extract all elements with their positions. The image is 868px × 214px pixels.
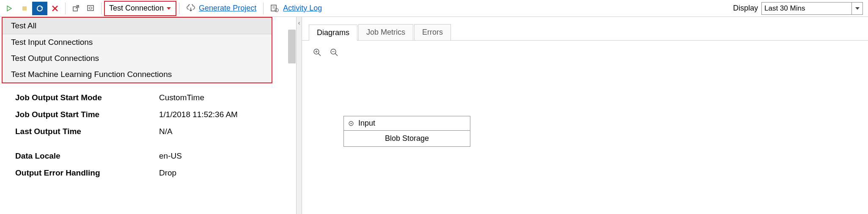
diagram-node-type: Blob Storage (344, 131, 470, 146)
svg-marker-0 (7, 6, 11, 11)
link-button[interactable] (83, 2, 99, 15)
generate-project-link[interactable]: Generate Project (199, 4, 256, 13)
refresh-button[interactable] (32, 2, 47, 15)
display-select-value: Last 30 Mins (762, 4, 852, 13)
tab-errors[interactable]: Errors (414, 24, 451, 40)
start-button[interactable] (2, 2, 17, 15)
toolbar: Test Connection Generate Project Activit… (0, 0, 868, 17)
chevron-down-icon (166, 7, 171, 10)
generate-project-button[interactable]: Generate Project (182, 2, 261, 15)
diagram-node-header: Input (344, 116, 470, 131)
splitter[interactable]: ‹ (296, 17, 302, 214)
property-row: Data Locale en-US (15, 151, 288, 161)
property-label: Job Output Start Time (15, 110, 159, 119)
tab-diagrams[interactable]: Diagrams (309, 25, 357, 41)
property-row: Job Output Start Time 1/1/2018 11:52:36 … (15, 110, 288, 119)
display-label: Display (733, 4, 758, 13)
svg-line-18 (318, 53, 321, 56)
activity-log-icon (270, 4, 280, 13)
property-value: en-US (159, 151, 182, 161)
diagram-node-title: Input (358, 119, 375, 128)
chevron-down-icon (852, 3, 863, 14)
property-value: N/A (159, 127, 173, 136)
property-label: Job Output Start Mode (15, 93, 159, 102)
delete-button[interactable] (47, 2, 63, 15)
divider (65, 3, 66, 14)
diagram-node-input[interactable]: Input Blob Storage (343, 116, 470, 147)
svg-marker-16 (855, 7, 860, 10)
property-value: 1/1/2018 11:52:36 AM (159, 110, 238, 119)
property-label: Output Error Handling (15, 168, 159, 178)
stop-button[interactable] (17, 2, 32, 15)
menu-item-test-output[interactable]: Test Output Connections (3, 50, 272, 66)
property-value: CustomTime (159, 93, 204, 102)
property-row: Output Error Handling Drop (15, 168, 288, 178)
tab-job-metrics[interactable]: Job Metrics (358, 24, 413, 40)
node-icon (348, 121, 354, 126)
divider (179, 3, 179, 14)
svg-rect-1 (22, 6, 27, 11)
test-connection-label: Test Connection (109, 4, 164, 13)
cloud-download-icon (186, 4, 195, 13)
zoom-controls (310, 48, 860, 57)
svg-line-22 (335, 53, 338, 56)
zoom-out-button[interactable] (330, 48, 338, 57)
svg-point-15 (275, 8, 278, 12)
activity-log-link[interactable]: Activity Log (283, 4, 322, 13)
vertical-scrollbar[interactable] (288, 30, 296, 63)
property-label: Data Locale (15, 151, 159, 161)
svg-point-25 (351, 123, 352, 124)
collapse-left-icon[interactable]: ‹ (298, 19, 300, 26)
property-row: Job Output Start Mode CustomTime (15, 93, 288, 102)
property-value: Drop (159, 168, 176, 178)
svg-rect-8 (88, 5, 93, 11)
activity-log-button[interactable]: Activity Log (266, 2, 326, 15)
property-label: Last Output Time (15, 127, 159, 136)
open-external-button[interactable] (68, 2, 83, 15)
property-row: Last Output Time N/A (15, 127, 288, 136)
zoom-in-button[interactable] (313, 48, 321, 57)
svg-marker-10 (167, 7, 171, 10)
divider (263, 3, 264, 14)
menu-item-test-ml[interactable]: Test Machine Learning Function Connectio… (3, 66, 272, 82)
test-connection-dropdown[interactable]: Test Connection (104, 1, 176, 16)
svg-point-2 (37, 6, 42, 11)
display-select[interactable]: Last 30 Mins (761, 2, 863, 15)
menu-item-test-input[interactable]: Test Input Connections (3, 34, 272, 50)
divider (101, 3, 102, 14)
diagram-area: Input Blob Storage (302, 41, 868, 154)
svg-point-9 (89, 7, 92, 9)
right-panel: Diagrams Job Metrics Errors Input Blob S… (302, 17, 868, 214)
display-group: Display Last 30 Mins (733, 2, 866, 15)
tab-bar: Diagrams Job Metrics Errors (302, 23, 868, 41)
test-connection-menu: Test All Test Input Connections Test Out… (2, 17, 272, 83)
menu-item-test-all[interactable]: Test All (3, 18, 272, 34)
